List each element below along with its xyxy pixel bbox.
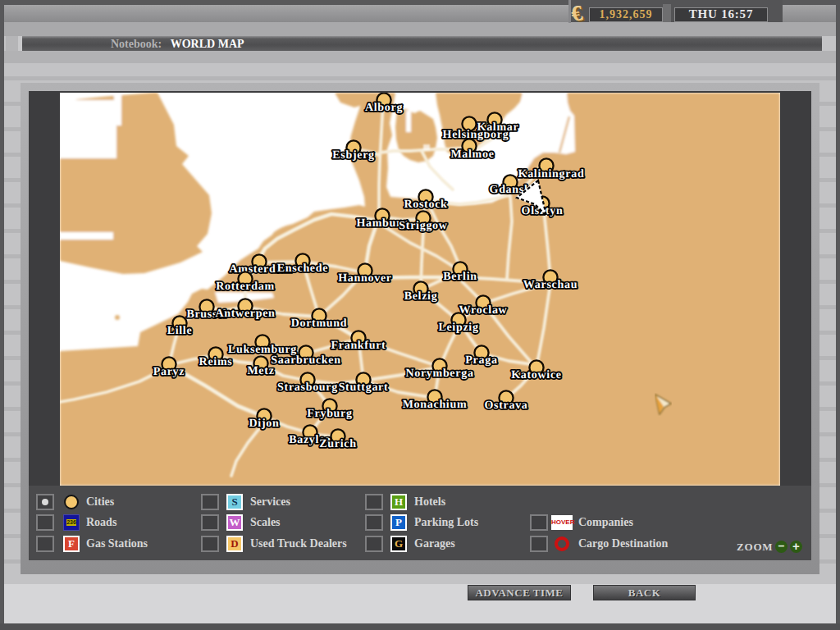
svg-text:Antwerpen: Antwerpen: [215, 308, 275, 320]
svg-text:Dijon: Dijon: [249, 418, 280, 430]
svg-text:Lille: Lille: [167, 325, 193, 337]
svg-text:Frankfurt: Frankfurt: [331, 340, 386, 352]
svg-text:Ostrava: Ostrava: [484, 399, 527, 412]
svg-text:Wroclaw: Wroclaw: [459, 304, 508, 317]
svg-text:Metz: Metz: [247, 365, 274, 377]
svg-text:Malmoe: Malmoe: [450, 148, 494, 161]
svg-text:Leipzig: Leipzig: [438, 322, 478, 334]
svg-text:Katowice: Katowice: [511, 369, 562, 381]
svg-text:Zurich: Zurich: [319, 438, 356, 450]
svg-text:Rostock: Rostock: [404, 199, 447, 211]
svg-text:Norymberga: Norymberga: [405, 368, 473, 380]
svg-text:Monachium: Monachium: [403, 399, 468, 411]
svg-text:Saarbrucken: Saarbrucken: [271, 354, 341, 367]
svg-text:Stuttgart: Stuttgart: [339, 381, 389, 394]
svg-text:Kalmar: Kalmar: [477, 121, 519, 134]
svg-text:Kaliningrad: Kaliningrad: [518, 168, 585, 180]
svg-text:Belzig: Belzig: [404, 290, 438, 303]
svg-text:Hannover: Hannover: [338, 272, 392, 285]
svg-text:Esbjerg: Esbjerg: [332, 149, 375, 162]
svg-text:Striggow: Striggow: [399, 220, 447, 232]
svg-text:Alborg: Alborg: [365, 102, 403, 114]
svg-text:Reims: Reims: [199, 356, 233, 368]
svg-text:Strasbourg: Strasbourg: [277, 381, 338, 394]
svg-text:Warschau: Warschau: [523, 279, 578, 291]
svg-text:Fryburg: Fryburg: [307, 408, 352, 420]
svg-text:Praga: Praga: [465, 354, 497, 367]
svg-text:Dortmund: Dortmund: [291, 317, 348, 330]
svg-text:Berlin: Berlin: [443, 271, 477, 283]
svg-text:Paryz: Paryz: [153, 366, 185, 378]
svg-text:Rotterdam: Rotterdam: [216, 281, 275, 293]
svg-text:Enschede: Enschede: [277, 262, 328, 275]
